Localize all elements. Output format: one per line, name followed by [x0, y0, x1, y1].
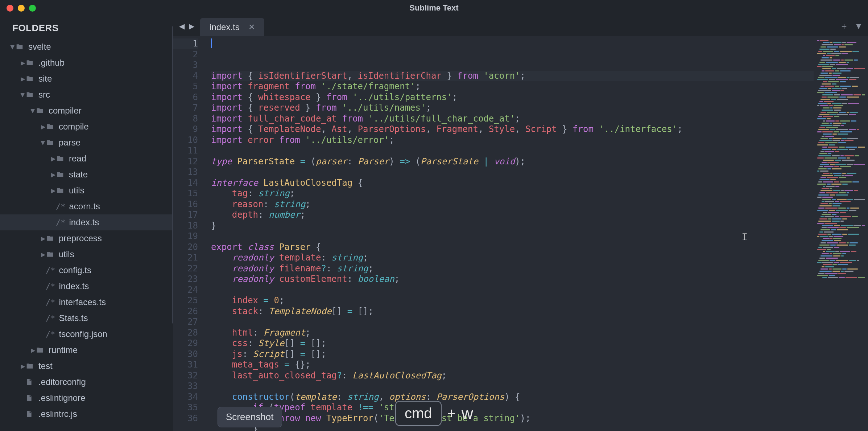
nav-forward-icon[interactable]: ▶ [189, 22, 194, 30]
line-number[interactable]: 22 [173, 263, 198, 274]
chevron-icon[interactable]: ▶ [20, 92, 26, 97]
chevron-icon[interactable]: ▶ [30, 108, 37, 113]
tab-menu-icon[interactable]: ▼ [854, 21, 863, 31]
line-number[interactable]: 27 [173, 317, 198, 328]
folder-item-utils[interactable]: ▶utils [0, 182, 173, 198]
folder-item-runtime[interactable]: ▶runtime [0, 342, 173, 358]
folder-item-state[interactable]: ▶state [0, 167, 173, 182]
nav-back-icon[interactable]: ◀ [179, 22, 185, 30]
code-line[interactable]: css: Style[] = []; [211, 338, 814, 349]
chevron-icon[interactable]: ▶ [20, 75, 25, 82]
minimap[interactable] [814, 36, 868, 431]
file-item-interfaces.ts[interactable]: /*interfaces.ts [0, 294, 173, 310]
line-number[interactable]: 29 [173, 338, 198, 349]
code-line[interactable]: import { whitespace } from '../utils/pat… [211, 92, 814, 103]
folder-item-site[interactable]: ▶site [0, 71, 173, 87]
folder-item-utils[interactable]: ▶utils [0, 246, 173, 262]
code-line[interactable]: interface LastAutoClosedTag { [211, 178, 814, 189]
code-line[interactable] [211, 145, 814, 156]
chevron-icon[interactable]: ▶ [41, 235, 46, 242]
line-number[interactable]: 15 [173, 188, 198, 199]
chevron-icon[interactable]: ▶ [51, 171, 56, 178]
file-item-acorn.ts[interactable]: /*acorn.ts [0, 198, 173, 214]
code-line[interactable]: import fragment from './state/fragment'; [211, 81, 814, 92]
line-number[interactable]: 36 [173, 413, 198, 424]
line-number[interactable]: 16 [173, 199, 198, 210]
folder-item-preprocess[interactable]: ▶preprocess [0, 230, 173, 246]
line-number[interactable]: 19 [173, 231, 198, 242]
line-number[interactable]: 7 [173, 103, 198, 114]
folder-item-.github[interactable]: ▶.github [0, 55, 173, 71]
line-number[interactable]: 13 [173, 167, 198, 178]
code-line[interactable] [211, 167, 814, 178]
code-line[interactable]: constructor(template: string, options: P… [211, 392, 814, 403]
code-line[interactable]: if (typeof template !== 'string') { [211, 402, 814, 413]
line-number[interactable]: 18 [173, 221, 198, 231]
line-number[interactable]: 35 [173, 402, 198, 413]
line-number[interactable]: 24 [173, 285, 198, 296]
line-number[interactable]: 12 [173, 156, 198, 167]
chevron-icon[interactable]: ▶ [40, 140, 47, 145]
tab-close-icon[interactable]: ✕ [248, 22, 255, 32]
file-item-.editorconfig[interactable]: .editorconfig [0, 374, 173, 390]
line-number[interactable]: 30 [173, 349, 198, 360]
chevron-icon[interactable]: ▶ [20, 59, 25, 66]
line-number[interactable]: 17 [173, 210, 198, 221]
new-tab-icon[interactable]: ＋ [840, 20, 848, 32]
file-item-index.ts[interactable]: /*index.ts [0, 278, 173, 294]
line-number[interactable]: 6 [173, 92, 198, 103]
code-line[interactable]: type ParserState = (parser: Parser) => (… [211, 156, 814, 167]
folder-item-read[interactable]: ▶read [0, 151, 173, 167]
line-number[interactable]: 2 [173, 49, 198, 60]
line-number[interactable]: 8 [173, 114, 198, 124]
line-number[interactable]: 34 [173, 392, 198, 403]
chevron-icon[interactable]: ▶ [30, 347, 36, 354]
line-number[interactable]: 14 [173, 178, 198, 189]
minimize-window-button[interactable] [18, 5, 25, 12]
line-number[interactable]: 1 [173, 38, 198, 49]
chevron-icon[interactable]: ▶ [51, 155, 56, 162]
code-line[interactable]: depth: number; [211, 210, 814, 221]
code-line[interactable]: import { TemplateNode, Ast, ParserOption… [211, 124, 814, 135]
line-number[interactable]: 9 [173, 124, 198, 135]
tab-active[interactable]: index.ts ✕ [200, 18, 264, 36]
line-number[interactable]: 10 [173, 135, 198, 146]
line-number[interactable]: 33 [173, 381, 198, 392]
folder-item-compiler[interactable]: ▶compiler [0, 103, 173, 119]
code-line[interactable]: import { reserved } from '../utils/names… [211, 103, 814, 114]
code-line[interactable] [211, 231, 814, 242]
line-number[interactable]: 5 [173, 81, 198, 92]
folder-item-compile[interactable]: ▶compile [0, 119, 173, 135]
line-number[interactable]: 26 [173, 306, 198, 317]
line-number[interactable]: 31 [173, 360, 198, 370]
code-line[interactable]: } [211, 424, 814, 431]
code-line[interactable]: } [211, 221, 814, 231]
line-number[interactable]: 28 [173, 328, 198, 338]
maximize-window-button[interactable] [29, 5, 36, 12]
chevron-icon[interactable]: ▶ [9, 44, 16, 49]
code-line[interactable]: index = 0; [211, 295, 814, 306]
line-number[interactable]: 11 [173, 145, 198, 156]
code-content[interactable]: import { isIdentifierStart, isIdentifier… [208, 36, 814, 431]
file-item-Stats.ts[interactable]: /*Stats.ts [0, 310, 173, 326]
code-line[interactable]: export class Parser { [211, 242, 814, 253]
folder-item-svelte[interactable]: ▶svelte [0, 39, 173, 55]
chevron-icon[interactable]: ▶ [41, 251, 46, 258]
code-line[interactable]: readonly template: string; [211, 253, 814, 263]
code-line[interactable] [211, 317, 814, 328]
line-number[interactable]: 32 [173, 370, 198, 381]
code-line[interactable]: tag: string; [211, 188, 814, 199]
line-number[interactable]: 20 [173, 242, 198, 253]
code-line[interactable]: import error from '../utils/error'; [211, 135, 814, 146]
file-item-.eslintignore[interactable]: .eslintignore [0, 390, 173, 406]
chevron-icon[interactable]: ▶ [20, 363, 25, 370]
close-window-button[interactable] [7, 5, 13, 12]
code-line[interactable]: readonly customElement: boolean; [211, 274, 814, 285]
file-item-config.ts[interactable]: /*config.ts [0, 262, 173, 278]
code-line[interactable]: last_auto_closed_tag?: LastAutoClosedTag… [211, 370, 814, 381]
code-line[interactable]: html: Fragment; [211, 328, 814, 338]
line-number[interactable]: 21 [173, 253, 198, 263]
code-line[interactable]: throw new TypeError('Template must be a … [211, 413, 814, 424]
code-line[interactable]: import { isIdentifierStart, isIdentifier… [211, 71, 814, 82]
line-number[interactable]: 23 [173, 274, 198, 285]
